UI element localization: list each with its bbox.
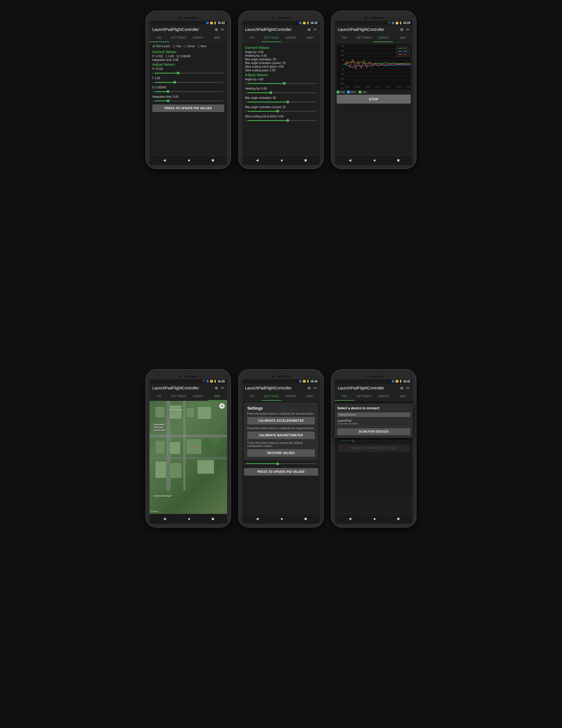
max-angle-track[interactable]: ‹ › [245, 100, 317, 104]
tab-graph-4[interactable]: GRAPH [188, 392, 208, 401]
update-pid-btn-1[interactable]: PRESS TO UPDATE PID VALUES [152, 104, 224, 112]
tab-map-1[interactable]: MAP [208, 34, 227, 42]
nav-home-6[interactable]: ● [373, 516, 376, 521]
tab-graph-5[interactable]: GRAPH [281, 392, 301, 401]
i-slider-bar[interactable] [154, 82, 222, 83]
tab-map-4[interactable]: MAP [208, 392, 227, 401]
tab-settings-3[interactable]: SETTINGS [354, 34, 374, 42]
sonar-left[interactable]: ‹ [245, 109, 246, 113]
bluetooth-icon-6[interactable]: ⊕ [400, 386, 404, 390]
tab-settings-1[interactable]: SETTINGS [169, 34, 188, 42]
bluetooth-icon-2[interactable]: ⊕ [308, 27, 311, 32]
max-angle-right[interactable]: › [316, 100, 317, 104]
i-slider-track[interactable]: ‹ › [152, 80, 224, 84]
max-angle-left[interactable]: ‹ [245, 100, 246, 104]
map-area[interactable]: DTU Bibliotek DanmarksTekniskeUniversite… [149, 401, 227, 514]
p-slider-bar[interactable] [154, 73, 222, 74]
stick-right[interactable]: › [316, 118, 317, 122]
bluetooth-icon-5[interactable]: ⊕ [308, 386, 311, 390]
bottom-slider-right[interactable]: › [317, 462, 318, 466]
angle-kp-track[interactable]: ‹ › [245, 81, 317, 85]
settings-icon-3[interactable]: ✂ [406, 27, 410, 32]
nav-recent-4[interactable]: ■ [211, 516, 214, 521]
pitch-checkbox-item[interactable]: ✓ Pitch [347, 91, 356, 93]
nav-back-3[interactable]: ◄ [348, 158, 352, 163]
int-slider-left[interactable]: ‹ [152, 99, 153, 103]
int-slider-track[interactable]: ‹ › [152, 99, 224, 103]
nav-recent-3[interactable]: ■ [397, 158, 400, 163]
nav-back-5[interactable]: ◄ [255, 516, 259, 521]
nav-home-5[interactable]: ● [280, 516, 283, 521]
tab-pid-2[interactable]: PID [242, 34, 261, 42]
heading-bar[interactable] [247, 92, 315, 93]
radio-roll-pitch[interactable]: Roll & pitch [152, 45, 170, 48]
p-slider-track[interactable]: ‹ › [152, 71, 224, 75]
calibrate-accel-btn[interactable]: CALIBRATE ACCELEROMETER [247, 417, 315, 425]
tab-settings-4[interactable]: SETTINGS [169, 392, 188, 401]
radio-baro[interactable]: Baro [197, 45, 206, 48]
map-compass[interactable]: ⊕ [219, 403, 225, 409]
calibrate-mag-btn[interactable]: CALIBRATE MAGNETOMETER [247, 432, 315, 439]
d-slider-right[interactable]: › [223, 90, 224, 93]
tab-graph-1[interactable]: GRAPH [188, 34, 208, 42]
i-slider-right[interactable]: › [223, 80, 224, 84]
angle-left[interactable]: ‹ [245, 81, 246, 85]
roll-checkbox[interactable]: ✓ [337, 91, 340, 93]
tab-graph-3[interactable]: GRAPH [374, 34, 393, 42]
bluetooth-icon-4[interactable]: ⊕ [215, 386, 218, 390]
bluetooth-icon[interactable]: ⊕ [215, 27, 218, 32]
angle-right[interactable]: › [316, 81, 317, 85]
stick-track[interactable]: ‹ › [245, 118, 317, 122]
tab-pid-1[interactable]: PID [149, 34, 169, 42]
pitch-checkbox[interactable]: ✓ [347, 91, 350, 93]
nav-home-4[interactable]: ● [188, 516, 190, 521]
launchpad-device-item[interactable]: LaunchPad 20:15:06:10:19:95 › [337, 418, 410, 426]
nav-recent-1[interactable]: ■ [211, 158, 214, 163]
d-slider-bar[interactable] [154, 91, 222, 92]
nav-home-1[interactable]: ● [188, 158, 190, 163]
tab-pid-4[interactable]: PID [149, 392, 169, 401]
bottom-slider-left[interactable]: ‹ [244, 462, 245, 466]
d-slider-left[interactable]: ‹ [152, 90, 153, 93]
stick-bar[interactable] [247, 120, 315, 121]
radio-yaw[interactable]: Yaw [172, 45, 181, 48]
bluetooth-icon-3[interactable]: ⊕ [400, 27, 404, 32]
tab-settings-2[interactable]: SETTINGS [261, 34, 281, 42]
tab-pid-3[interactable]: PID [335, 34, 354, 42]
tab-settings-5[interactable]: SETTINGS [261, 392, 281, 401]
p-slider-left[interactable]: ‹ [152, 71, 153, 75]
settings-icon-5[interactable]: ✂ [314, 386, 317, 390]
sonar-right[interactable]: › [316, 109, 317, 113]
tab-graph-2[interactable]: GRAPH [281, 34, 301, 42]
nav-home-3[interactable]: ● [373, 158, 376, 163]
i-slider-left[interactable]: ‹ [152, 80, 153, 84]
settings-icon[interactable]: ✂ [221, 27, 224, 32]
nav-back-4[interactable]: ◄ [162, 516, 167, 521]
tab-pid-6[interactable]: PID [335, 392, 354, 401]
nav-back-2[interactable]: ◄ [255, 158, 259, 163]
max-sonar-track[interactable]: ‹ › [245, 109, 317, 113]
d-slider-track[interactable]: ‹ › [152, 90, 224, 93]
nav-recent-5[interactable]: ■ [304, 516, 307, 521]
int-slider-right[interactable]: › [223, 99, 224, 103]
int-slider-bar[interactable] [154, 101, 222, 101]
nav-home-2[interactable]: ● [280, 158, 283, 163]
nav-recent-6[interactable]: ■ [397, 516, 400, 521]
yaw-checkbox[interactable]: ✓ [359, 91, 361, 93]
settings-icon-2[interactable]: ✂ [314, 27, 317, 32]
tab-graph-6[interactable]: GRAPH [374, 392, 393, 401]
angle-bar[interactable] [247, 83, 315, 84]
heading-track[interactable]: ‹ › [245, 91, 317, 95]
scan-devices-btn[interactable]: SCAN FOR DEVICES [337, 428, 410, 435]
bottom-slider-bar[interactable] [246, 463, 316, 464]
nav-back-6[interactable]: ◄ [348, 516, 352, 521]
radio-sonar[interactable]: Sonar [183, 45, 195, 48]
max-angle-bar[interactable] [247, 102, 315, 102]
restore-values-btn[interactable]: RESTORE VALUES [247, 449, 315, 457]
settings-icon-6[interactable]: ✂ [406, 386, 410, 390]
tab-map-5[interactable]: MAP [301, 392, 320, 401]
yaw-checkbox-item[interactable]: ✓ Yaw [359, 91, 367, 93]
update-pid-btn-5[interactable]: PRESS TO UPDATE PID VALUES [244, 468, 318, 476]
roll-checkbox-item[interactable]: ✓ Roll [337, 91, 345, 93]
tab-map-6[interactable]: MAP [393, 392, 413, 401]
